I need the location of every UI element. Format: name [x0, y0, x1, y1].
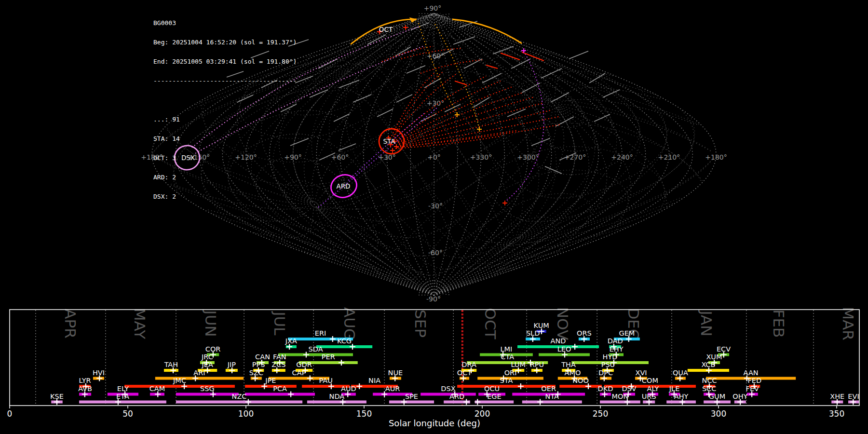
x-tick-label: 50: [122, 409, 133, 419]
shower-bar-ari: [155, 377, 244, 380]
meteor-streak: [310, 90, 328, 97]
shower-bar-jpe: [245, 385, 297, 388]
shower-label-can: CAN: [255, 353, 270, 361]
shower-label-amo: AMO: [565, 369, 581, 377]
shower-peak-nia: [356, 383, 362, 389]
shower-peak-and: [572, 344, 578, 350]
shower-label-nue: NUE: [388, 369, 403, 377]
shower-bar-mon: [600, 401, 640, 404]
longitude-label: +60°: [331, 153, 349, 161]
meteor-streak: [551, 93, 569, 102]
shower-label-gum: GUM: [709, 393, 725, 400]
shower-label-gem: GEM: [619, 329, 635, 337]
shower-label-ocu: OCU: [484, 385, 500, 393]
shower-label-zcs: ZCS: [271, 361, 285, 368]
shower-label-fed: FED: [747, 377, 761, 384]
shower-peak-eri: [330, 336, 336, 342]
shower-peak-sta: [518, 383, 524, 389]
month-label-oct: OCT: [482, 308, 499, 340]
meteor-streak: [367, 35, 386, 44]
meteor-streak: [445, 104, 461, 112]
shower-label-psu: PSU: [601, 361, 615, 368]
shower-label-nda: NDA: [329, 393, 345, 400]
observation-begin: Beg: 20251004 16:52:20 (sol = 191.37°): [153, 39, 297, 45]
month-label-may: MAY: [131, 308, 149, 339]
grid2-meridian: [312, 53, 550, 202]
shower-label-pca: PCA: [273, 385, 287, 393]
shower-label-nzc: NZC: [232, 393, 247, 400]
month-label-jun: JUN: [202, 309, 219, 337]
meteor-streak: [339, 144, 356, 150]
shower-bar-kcg: [316, 345, 372, 348]
month-label-jan: JAN: [698, 310, 715, 337]
shower-label-ncc: NCC: [702, 377, 717, 384]
shower-count-sta: STA: 14: [153, 136, 297, 142]
shower-label-ari: ARI: [193, 369, 205, 377]
shower-label-jle: JLE: [669, 385, 680, 393]
shower-label-dpc: DPC: [598, 369, 613, 377]
shower-label-oer: OER: [541, 385, 556, 393]
meteor-streak: [377, 109, 393, 117]
shower-bar-nta: [522, 401, 582, 404]
meteor-streak: [569, 51, 588, 59]
shower-label-eta: ETA: [116, 393, 129, 400]
shower-label-hvi: HVI: [93, 369, 105, 377]
grid2-meridian: [317, 108, 575, 296]
shower-label-kse: KSE: [50, 393, 64, 400]
pole-ring: [431, 14, 437, 17]
shower-count-ard: ARD: 2: [153, 174, 297, 180]
shower-label-jmc: JMC: [173, 377, 186, 384]
pole-ring: [425, 286, 443, 296]
shower-label-aan: AAN: [744, 369, 759, 377]
grid2-meridian: [315, 107, 607, 256]
shower-bar-noo: [559, 385, 602, 388]
longitude-label: +240°: [611, 153, 633, 161]
radiant-trail: [399, 103, 542, 144]
radiant-trail: [455, 81, 467, 85]
radiant-label-sta: STA: [383, 137, 395, 145]
activity-timeline: APRMAYJUNJULAUGSEPOCTNOVDECJANFEBMARKUME…: [7, 307, 859, 419]
shower-label-hyd: HYD: [603, 353, 618, 361]
x-axis-label: Solar longitude (deg): [389, 418, 480, 428]
shower-label-dad: DAD: [608, 337, 623, 345]
shower-bar-nda: [307, 401, 366, 404]
shower-label-jip: JIP: [227, 361, 236, 368]
station-id: BG0003: [153, 20, 297, 26]
radiant-marker: [455, 112, 460, 117]
meteor-streak: [295, 76, 312, 83]
meteor-streak: [424, 78, 441, 88]
shower-label-dsv: DSV: [622, 385, 636, 393]
shower-label-xcb: XCB: [701, 361, 715, 368]
shower-label-eri: ERI: [315, 329, 326, 337]
radiant-trail: [395, 136, 502, 149]
radiant-trail: [398, 97, 533, 143]
shower-label-jea: JEA: [201, 361, 213, 368]
radiant-label-oct: OCT: [379, 26, 393, 33]
grid2-meridian: [273, 71, 512, 282]
pole-ring: [419, 281, 449, 296]
meteor-streak: [545, 166, 562, 174]
month-label-apr: APR: [62, 309, 79, 338]
shower-label-mon: MON: [612, 393, 629, 400]
shower-bar-dsx: [420, 393, 476, 396]
shower-label-cap: CAP: [292, 369, 306, 377]
latitude-label: -30°: [428, 202, 443, 210]
shower-label-ege: EGE: [487, 393, 502, 400]
shower-label-com: COM: [642, 377, 658, 384]
shower-bar-spe: [389, 401, 434, 404]
shower-label-fev: FEV: [746, 385, 760, 393]
meteor-streak: [482, 73, 502, 83]
shower-label-fan: FAN: [273, 353, 286, 361]
spacer: [153, 97, 297, 103]
observation-end: End: 20251005 03:29:41 (sol = 191.80°): [153, 58, 297, 65]
longitude-label: +300°: [517, 153, 539, 161]
shower-label-qua: QUA: [673, 369, 688, 377]
latitude-label: +30°: [427, 99, 445, 107]
meteor-streak: [464, 59, 482, 68]
shower-label-tah: TAH: [164, 361, 178, 368]
radiant-label-ard: ARD: [336, 182, 350, 190]
north-pole-label: +90°: [424, 4, 442, 12]
shower-label-leo: LEO: [557, 345, 571, 353]
shower-label-spe: SPE: [405, 393, 418, 400]
meteor-streak: [541, 68, 562, 78]
